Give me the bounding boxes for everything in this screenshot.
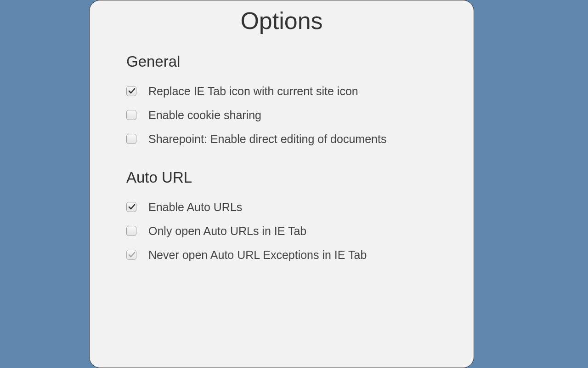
checkbox-cookie-sharing[interactable]: [126, 110, 136, 120]
option-row-cookie-sharing: Enable cookie sharing: [126, 108, 437, 122]
option-row-sharepoint: Sharepoint: Enable direct editing of doc…: [126, 132, 437, 146]
checkmark-icon: [128, 251, 136, 259]
checkmark-icon: [128, 87, 136, 95]
option-label-enable-auto-urls: Enable Auto URLs: [148, 200, 242, 214]
checkbox-replace-icon[interactable]: [126, 86, 136, 96]
option-label-only-open-auto-urls: Only open Auto URLs in IE Tab: [148, 224, 306, 238]
checkbox-never-open-auto-url-exceptions: [126, 250, 136, 260]
option-row-replace-icon: Replace IE Tab icon with current site ic…: [126, 84, 437, 98]
section-general: General Replace IE Tab icon with current…: [126, 53, 437, 146]
checkbox-enable-auto-urls[interactable]: [126, 202, 136, 212]
option-label-never-open-auto-url-exceptions: Never open Auto URL Exceptions in IE Tab: [148, 248, 367, 262]
option-label-replace-icon: Replace IE Tab icon with current site ic…: [148, 84, 358, 98]
section-general-heading: General: [126, 53, 437, 70]
checkbox-only-open-auto-urls[interactable]: [126, 226, 136, 236]
page-title: Options: [126, 7, 437, 34]
section-auto-url-heading: Auto URL: [126, 169, 437, 186]
options-panel: Options General Replace IE Tab icon with…: [89, 0, 474, 368]
option-row-enable-auto-urls: Enable Auto URLs: [126, 200, 437, 214]
option-row-never-open-auto-url-exceptions: Never open Auto URL Exceptions in IE Tab: [126, 248, 437, 262]
checkbox-sharepoint[interactable]: [126, 134, 136, 144]
option-row-only-open-auto-urls: Only open Auto URLs in IE Tab: [126, 224, 437, 238]
option-label-sharepoint: Sharepoint: Enable direct editing of doc…: [148, 132, 386, 146]
checkmark-icon: [128, 203, 136, 211]
option-label-cookie-sharing: Enable cookie sharing: [148, 108, 261, 122]
section-auto-url: Auto URL Enable Auto URLs Only open Auto…: [126, 169, 437, 262]
